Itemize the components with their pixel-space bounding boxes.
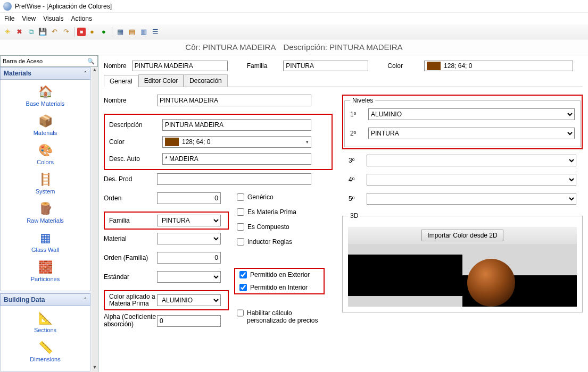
scroll-up-icon[interactable]: ▲ — [92, 67, 98, 74]
check-compuesto[interactable] — [237, 223, 244, 231]
menubar: File View Visuals Actions — [0, 13, 588, 24]
check-generico[interactable] — [237, 193, 244, 201]
tb-redo-icon[interactable]: ↷ — [61, 27, 71, 37]
highlight-group-1: Descripción Color 128; 64; 0 ▾ Desc. Aut… — [104, 114, 333, 170]
top-familia-input[interactable] — [283, 61, 368, 71]
app-icon — [3, 2, 12, 11]
log-icon: 🪵 — [37, 201, 53, 217]
top-color-field[interactable]: 128; 64; 0 — [424, 61, 573, 71]
3d-fieldset: 3D Importar Color desde 2D — [342, 212, 583, 312]
search-icon[interactable]: 🔍 — [87, 57, 95, 65]
coloraplicado-select[interactable]: ALUMINIO — [157, 294, 221, 306]
top-color-value: 128; 64; 0 — [444, 62, 472, 70]
menu-view[interactable]: View — [22, 15, 36, 22]
material-label: Material — [104, 235, 157, 242]
check-exterior[interactable] — [239, 271, 247, 278]
familia-select[interactable]: PINTURA — [157, 215, 221, 226]
nav-colors[interactable]: 🎨Colors — [1, 141, 90, 171]
nav-particiones[interactable]: 🧱Particiones — [1, 258, 90, 288]
material-select[interactable] — [157, 233, 221, 244]
preview-canvas — [348, 244, 577, 307]
ordenfam-label: Orden (Familia) — [104, 254, 157, 261]
nav-base-materials[interactable]: 🏠Base Materials — [1, 83, 90, 112]
top-nombre-label: Nombre — [104, 62, 127, 70]
tb-undo-icon[interactable]: ↶ — [49, 27, 60, 37]
nombre-label: Nombre — [104, 97, 157, 104]
nivel3-label: 3º — [349, 157, 359, 164]
ordenfam-input[interactable] — [157, 252, 221, 264]
tb-layers-icon[interactable]: ▤ — [127, 27, 137, 37]
import-color-button[interactable]: Importar Color desde 2D — [421, 230, 503, 241]
palette-icon: 🎨 — [37, 142, 53, 158]
frame-icon: 🪜 — [37, 172, 53, 188]
color-label: Color — [109, 138, 162, 146]
nav-scrollbar[interactable]: ▲ ▼ — [92, 67, 98, 372]
tab-editor-color[interactable]: Editor Color — [138, 74, 184, 87]
right-column: Niveles 1ºALUMINIO 2ºPINTURA 3º 4º 5º 3D… — [342, 95, 583, 335]
highlight-niveles: Niveles 1ºALUMINIO 2ºPINTURA — [342, 95, 583, 149]
chevron-up-icon: ˄ — [84, 297, 87, 302]
titlebar: PrefWise - [Aplicación de Colores] — [0, 0, 588, 13]
nav-dimensions[interactable]: 📏Dimensions — [1, 339, 90, 368]
nivel4-label: 4º — [349, 176, 359, 183]
coloraplicado-label: Color aplicado a Materia Prima — [109, 293, 157, 307]
menu-file[interactable]: File — [4, 15, 14, 22]
nav-glass-wall[interactable]: ▦Glass Wall — [1, 229, 90, 258]
estandar-label: Estándar — [104, 273, 157, 281]
nav-body: ▲ ▼ Materials ˄ 🏠Base Materials 📦Materia… — [0, 67, 98, 372]
descripcion-input[interactable] — [162, 119, 311, 131]
niveles-legend: Niveles — [350, 97, 375, 104]
tab-general[interactable]: General — [104, 75, 138, 87]
nivel1-select[interactable]: ALUMINIO — [368, 108, 575, 120]
nav-search-input[interactable] — [3, 58, 87, 64]
workspace: 🔍 ▲ ▼ Materials ˄ 🏠Base Materials 📦Mater… — [0, 55, 588, 372]
row-habilitar: Habilitar cálculo personalizado de preci… — [237, 309, 327, 325]
nav-materials[interactable]: 📦Materials — [1, 112, 90, 141]
3d-legend: 3D — [348, 212, 360, 219]
tb-save-icon[interactable]: 💾 — [37, 27, 48, 37]
tb-ball1-icon[interactable]: ● — [87, 27, 97, 37]
panel-materials-title: Materials — [4, 70, 31, 77]
check-materia-prima[interactable] — [237, 208, 244, 216]
tb-grid-icon[interactable]: ▦ — [115, 27, 126, 37]
check-inductor[interactable] — [237, 238, 244, 246]
top-nombre-input[interactable] — [132, 61, 228, 71]
menu-actions[interactable]: Actions — [71, 15, 92, 22]
nivel2-select[interactable]: PINTURA — [368, 128, 575, 139]
tb-list-icon[interactable]: ☰ — [150, 27, 161, 37]
tb-stop-icon[interactable]: ■ — [77, 28, 86, 36]
nav-raw-materials[interactable]: 🪵Raw Materials — [1, 200, 90, 229]
nivel4-select[interactable] — [367, 174, 576, 185]
tb-delete-icon[interactable]: ✖ — [14, 27, 24, 37]
scroll-down-icon[interactable]: ▼ — [92, 365, 98, 372]
panel-building-header[interactable]: Building Data ˄ — [0, 293, 90, 306]
content-area: Nombre Familia Color 128; 64; 0 General … — [98, 55, 588, 372]
top-familia-label: Familia — [247, 62, 268, 70]
color-picker[interactable]: 128; 64; 0 ▾ — [162, 136, 311, 148]
tb-copy-icon[interactable]: ⧉ — [26, 27, 36, 37]
descauto-input[interactable] — [162, 153, 311, 165]
tab-decoracion[interactable]: Decoración — [184, 74, 228, 87]
section-icon: 📐 — [37, 310, 53, 326]
highlight-color-aplicado: Color aplicado a Materia Prima ALUMINIO — [104, 290, 229, 310]
tb-new-icon[interactable]: ✳ — [2, 27, 13, 37]
chevron-down-icon: ▾ — [306, 139, 309, 145]
check-habilitar-precios[interactable] — [237, 309, 244, 317]
nav-system[interactable]: 🪜System — [1, 171, 90, 200]
estandar-select[interactable] — [157, 271, 221, 283]
desprod-label: Des. Prod — [104, 175, 157, 183]
desprod-input[interactable] — [157, 173, 311, 185]
niveles-fieldset: Niveles 1ºALUMINIO 2ºPINTURA — [344, 97, 581, 147]
nav-search[interactable]: 🔍 — [0, 55, 98, 67]
alpha-input[interactable] — [157, 315, 221, 327]
check-interior[interactable] — [239, 284, 247, 291]
nivel3-select[interactable] — [367, 155, 576, 166]
panel-materials-header[interactable]: Materials ˄ — [0, 67, 90, 80]
nivel5-select[interactable] — [367, 193, 576, 205]
nav-sections[interactable]: 📐Sections — [1, 309, 90, 339]
tb-palette-icon[interactable]: ▥ — [138, 27, 149, 37]
orden-input[interactable] — [157, 192, 221, 204]
nombre-input[interactable] — [157, 95, 311, 106]
menu-visuals[interactable]: Visuals — [43, 15, 63, 22]
tb-ball2-icon[interactable]: ● — [98, 27, 109, 37]
